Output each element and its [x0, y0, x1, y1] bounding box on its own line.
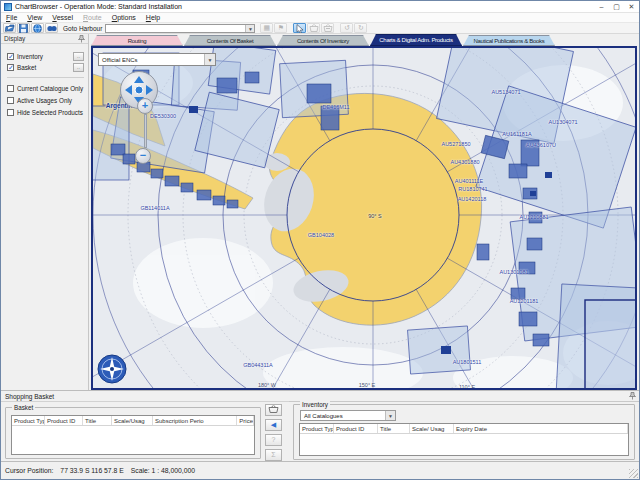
tab[interactable]: Contents Of Basket — [184, 35, 276, 46]
display-checkbox-row[interactable]: Active Usages Only .. — [7, 94, 84, 106]
sum-icon: Σ — [271, 451, 275, 458]
display-checkbox-row[interactable]: Inventory .. — [7, 50, 84, 62]
goto-harbour-label: Goto Harbour — [63, 25, 102, 32]
status-bar: Cursor Position: 77 33.9 S 116 57.8 E Sc… — [1, 461, 639, 479]
find-vessel-button[interactable] — [45, 23, 58, 33]
color-picker-button[interactable]: .. — [73, 63, 84, 72]
zoom-slider[interactable] — [144, 114, 147, 148]
close-button[interactable]: ✕ — [624, 1, 639, 12]
open-button[interactable] — [3, 23, 16, 33]
checkbox-icon[interactable] — [7, 53, 14, 60]
undo-button[interactable]: ↺ — [340, 23, 353, 33]
display-panel-header: Display — [1, 34, 88, 44]
basket-column-header[interactable]: Product ID — [45, 416, 83, 425]
color-picker-button[interactable]: .. — [73, 52, 84, 61]
cursor-position-label: Cursor Position: — [5, 467, 53, 474]
menu-item[interactable]: Options — [107, 14, 141, 21]
chart-map[interactable]: ArgentinaDE530300DE416M11GB114011AGB1040… — [91, 46, 637, 390]
checkbox-label: Hide Selected Products — [17, 109, 83, 116]
title-bar: ChartBrowser - Operation Mode: Standard … — [1, 1, 639, 13]
basket-column-header[interactable]: Product Type — [12, 416, 45, 425]
globe-button[interactable] — [31, 23, 44, 33]
menu-item[interactable]: Vessel — [47, 14, 78, 21]
inventory-column-header[interactable] — [625, 424, 628, 433]
basket-group: Basket Product TypeProduct IDTitleScale/… — [5, 407, 261, 459]
add-selection-to-basket-button[interactable] — [265, 404, 282, 416]
basket-transfer-icon — [268, 405, 279, 413]
inventory-column-header[interactable]: Scale/ Usag — [410, 424, 454, 433]
chevron-down-icon[interactable]: ▼ — [245, 25, 254, 32]
menu-item[interactable]: File — [1, 14, 22, 21]
display-panel-title: Display — [4, 35, 25, 42]
inventory-column-header[interactable]: Expiry Date — [454, 424, 625, 433]
menu-item[interactable]: Help — [141, 14, 165, 21]
checkbox-icon[interactable] — [7, 64, 14, 71]
display-checkbox-row[interactable]: Basket .. — [7, 62, 84, 78]
undo-icon: ↺ — [344, 24, 350, 32]
menu-item[interactable]: Route — [78, 14, 107, 21]
move-to-basket-button[interactable]: ◀ — [265, 419, 282, 431]
remove-from-basket-button[interactable] — [321, 23, 334, 33]
scale-value: Scale: 1 : 48,000,000 — [131, 467, 195, 474]
info-button[interactable]: ? — [265, 434, 282, 446]
flag-icon: ⚑ — [278, 24, 284, 32]
save-icon — [19, 24, 28, 33]
checkbox-label: Inventory — [17, 53, 43, 60]
window-title: ChartBrowser - Operation Mode: Standard … — [15, 3, 182, 10]
basket-table[interactable]: Product TypeProduct IDTitleScale/UsagSub… — [11, 415, 255, 455]
select-cursor-button[interactable] — [293, 23, 306, 33]
chartbrowser-window: ChartBrowser - Operation Mode: Standard … — [0, 0, 640, 480]
inventory-group: Inventory All Catalogues ▼ Product TypeP… — [293, 404, 635, 460]
harbour-grid-button[interactable]: ▦ — [260, 23, 273, 33]
grid-icon: ▦ — [264, 24, 271, 32]
basket-group-label: Basket — [12, 404, 35, 412]
inventory-table[interactable]: Product TypeProduct IDTitleScale/ UsagEx… — [299, 423, 629, 456]
toolbar: Goto Harbour ▼ ▦ ⚑ ↺ ↻ — [1, 23, 639, 34]
inventory-column-header[interactable]: Product ID — [334, 424, 378, 433]
chevron-down-icon[interactable]: ▼ — [385, 411, 395, 420]
catalogue-combobox[interactable]: All Catalogues ▼ — [300, 410, 396, 421]
save-button[interactable] — [17, 23, 30, 33]
basket-column-header[interactable]: Scale/Usag — [112, 416, 153, 425]
checkbox-icon[interactable] — [7, 97, 14, 104]
menu-item[interactable]: View — [22, 14, 47, 21]
redo-button[interactable]: ↻ — [354, 23, 367, 33]
display-checkbox-row[interactable]: Hide Selected Products .. — [7, 106, 84, 118]
zoom-in-button[interactable]: + — [137, 98, 153, 114]
route-flag-button[interactable]: ⚑ — [274, 23, 287, 33]
tab[interactable]: Nautical Publications & Books — [463, 35, 555, 46]
pin-icon[interactable] — [78, 35, 85, 43]
minimize-button[interactable]: – — [594, 1, 609, 12]
cursor-position-value: 77 33.9 S 116 57.8 E — [60, 467, 123, 474]
display-checkbox-row[interactable]: Current Catalogue Only .. — [7, 82, 84, 94]
chart-type-value: Official ENCs — [102, 57, 138, 63]
checkbox-label: Basket — [17, 64, 36, 71]
checkbox-icon[interactable] — [7, 85, 14, 92]
tab[interactable]: Contents Of Inventory — [277, 35, 369, 46]
checkbox-icon[interactable] — [7, 109, 14, 116]
maximize-button[interactable]: ▢ — [609, 1, 624, 12]
select-cursor-icon — [296, 24, 304, 33]
inventory-column-header[interactable]: Title — [378, 424, 410, 433]
tab[interactable]: Routing — [91, 35, 183, 46]
basket-column-header[interactable]: Price — [237, 416, 254, 425]
sum-button[interactable]: Σ — [265, 449, 282, 461]
goto-harbour-combobox[interactable]: ▼ — [105, 24, 255, 33]
chart-type-combobox[interactable]: Official ENCs ▼ — [98, 53, 216, 66]
shopping-basket-title: Shopping Basket — [5, 393, 54, 400]
antarctica-polar-chart — [93, 48, 637, 390]
shopping-basket-header: Shopping Basket — [1, 391, 289, 402]
tab[interactable]: Charts & Digital Adm. Products — [370, 34, 462, 46]
catalogue-value: All Catalogues — [304, 413, 343, 419]
basket-column-header[interactable]: Subscription Perio — [153, 416, 237, 425]
add-to-basket-button[interactable] — [307, 23, 320, 33]
pin-icon[interactable] — [629, 392, 636, 400]
zoom-out-button[interactable]: − — [135, 148, 151, 164]
resize-grip[interactable] — [629, 469, 638, 478]
basket-column-header[interactable]: Title — [83, 416, 112, 425]
chevron-down-icon[interactable]: ▼ — [204, 54, 215, 65]
checkbox-label: Active Usages Only — [17, 97, 72, 104]
checkbox-label: Current Catalogue Only — [17, 85, 83, 92]
inventory-column-header[interactable]: Product Type — [300, 424, 334, 433]
basket-add-icon — [309, 24, 319, 32]
